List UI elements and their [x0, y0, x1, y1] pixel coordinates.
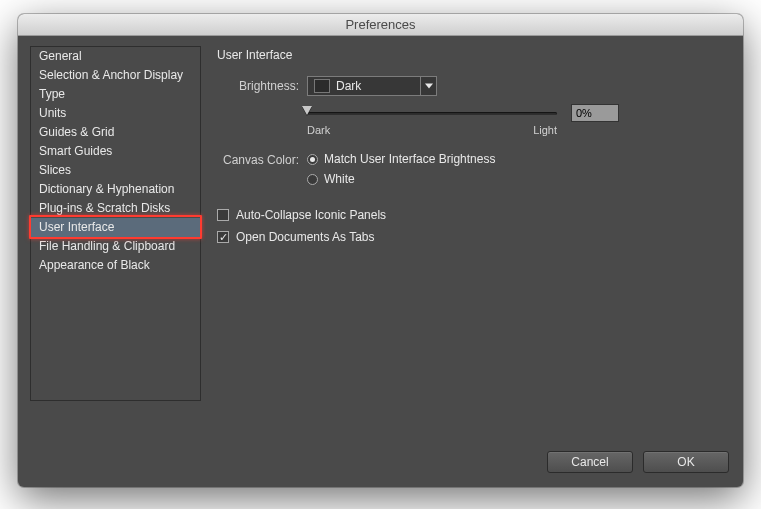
- slider-min-label: Dark: [307, 124, 330, 136]
- sidebar-item[interactable]: Smart Guides: [31, 142, 200, 161]
- preferences-window: Preferences GeneralSelection & Anchor Di…: [18, 14, 743, 487]
- brightness-swatch: [314, 79, 330, 93]
- brightness-value: Dark: [336, 79, 420, 93]
- brightness-percent[interactable]: 0%: [571, 104, 619, 122]
- sidebar-item[interactable]: Guides & Grid: [31, 123, 200, 142]
- brightness-dropdown[interactable]: Dark: [307, 76, 437, 96]
- cancel-button[interactable]: Cancel: [547, 451, 633, 473]
- open-as-tabs-checkbox[interactable]: Open Documents As Tabs: [217, 230, 727, 244]
- slider-knob[interactable]: [302, 106, 312, 115]
- slider-max-label: Light: [533, 124, 557, 136]
- radio-dot-icon: [307, 154, 318, 165]
- sidebar-item[interactable]: Selection & Anchor Display: [31, 66, 200, 85]
- slider-track: [307, 112, 557, 115]
- ok-button[interactable]: OK: [643, 451, 729, 473]
- checkbox-icon: [217, 209, 229, 221]
- sidebar-item[interactable]: File Handling & Clipboard: [31, 237, 200, 256]
- panel-title: User Interface: [217, 48, 727, 62]
- brightness-slider[interactable]: [307, 106, 557, 120]
- radio-label: Match User Interface Brightness: [324, 152, 495, 166]
- canvas-color-label: Canvas Color:: [217, 152, 307, 167]
- sidebar-item[interactable]: User Interface: [31, 218, 200, 237]
- sidebar-item[interactable]: Plug-ins & Scratch Disks: [31, 199, 200, 218]
- auto-collapse-checkbox[interactable]: Auto-Collapse Iconic Panels: [217, 208, 727, 222]
- canvas-color-radio[interactable]: White: [307, 172, 495, 186]
- sidebar-item[interactable]: Type: [31, 85, 200, 104]
- checkbox-label: Open Documents As Tabs: [236, 230, 375, 244]
- category-sidebar: GeneralSelection & Anchor DisplayTypeUni…: [30, 46, 201, 401]
- checkbox-label: Auto-Collapse Iconic Panels: [236, 208, 386, 222]
- svg-marker-0: [425, 84, 433, 89]
- sidebar-item[interactable]: Dictionary & Hyphenation: [31, 180, 200, 199]
- dialog-footer: Cancel OK: [18, 451, 743, 487]
- sidebar-item[interactable]: Appearance of Black: [31, 256, 200, 275]
- sidebar-item[interactable]: Slices: [31, 161, 200, 180]
- checkbox-icon: [217, 231, 229, 243]
- window-title: Preferences: [345, 17, 415, 32]
- titlebar: Preferences: [18, 14, 743, 36]
- settings-panel: User Interface Brightness: Dark: [201, 46, 731, 439]
- sidebar-item[interactable]: Units: [31, 104, 200, 123]
- chevron-down-icon: [420, 77, 436, 95]
- radio-label: White: [324, 172, 355, 186]
- brightness-label: Brightness:: [217, 79, 307, 93]
- canvas-color-radio[interactable]: Match User Interface Brightness: [307, 152, 495, 166]
- sidebar-item[interactable]: General: [31, 47, 200, 66]
- radio-dot-icon: [307, 174, 318, 185]
